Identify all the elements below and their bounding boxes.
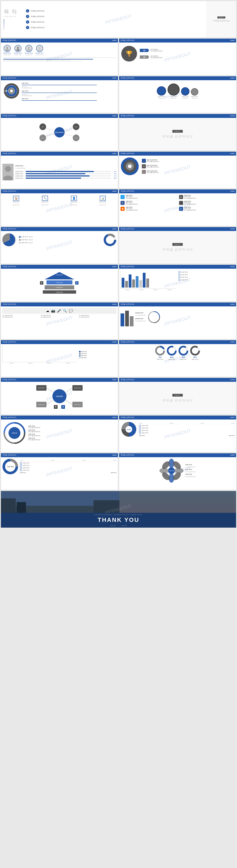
avatar-role-3: ENTER TEXT: [25, 54, 32, 56]
logo: LOGO: [230, 379, 235, 380]
donut-item-3: 85% SUB TITLE: [178, 346, 188, 360]
avatar-3: ENTER TEXT ENTER TEXT: [25, 45, 33, 56]
logo: LOGO: [112, 416, 116, 418]
c1: ✓SUB TITLE: [139, 425, 235, 427]
avatar-circle-2: [15, 45, 22, 52]
avatar-name-2: ENTER TEXT: [14, 53, 22, 54]
slide-header: 제목을 입력하세요 LOGO: [119, 415, 236, 419]
dcb2: ✓: [20, 464, 22, 466]
svg-line-70: [47, 388, 53, 392]
logo: LOGO: [230, 228, 235, 230]
donut-item-2: 80% SUB TITLE: [167, 346, 177, 360]
slide-circular-arrow: PPTAKEOUT 제목을 입력하세요 LOGO ENTER TEXT: [119, 302, 236, 339]
slide-bar-checklist: PPTAKEOUT 제목을 입력하세요 LOGO: [119, 265, 236, 302]
logo: LOGO: [112, 77, 116, 79]
slide-header: 제목을 입력하세요 LOGO: [1, 265, 118, 268]
slide-header: 제목을 입력하세요 LOGO: [119, 114, 236, 117]
checkbox-4: ✓: [179, 279, 180, 281]
svg-text:CENTER: CENTER: [56, 396, 63, 397]
slide-header: 제목을 입력하세요 LOGO: [119, 39, 236, 42]
building-bg: [1, 491, 120, 515]
header-title: 제목을 입력하세요: [121, 378, 134, 381]
avatar-role-4: ENTER TEXT: [36, 54, 43, 56]
svg-text:D: D: [41, 282, 42, 284]
icon-label-1: ENTER TEXT: [12, 202, 20, 203]
donut-pct-3: 85%: [182, 356, 185, 358]
progress-row-2: ENTER TEXT 70%: [16, 173, 116, 175]
contents-item-2: 2 제목을 입력하세요: [26, 15, 204, 18]
arrow-num-1: 01: [140, 49, 149, 52]
header-title: 제목을 입력하세요: [2, 152, 16, 155]
part-slide-body: PART 제목을 입력하세요: [119, 382, 236, 414]
icon-label-3: ENTER TEXT: [70, 202, 77, 203]
slide-header: 제목을 입력하세요 LOGO: [119, 265, 236, 268]
funnel-diagram: CATEGORY CATEGORY CATEGORY CATEGORY D A: [39, 270, 80, 294]
da-svg: CENTER SUB TITLE SUB TITLE SUB TITLE SUB…: [35, 383, 83, 409]
dcb1: ✓: [20, 462, 22, 464]
flower-svg: CENTER: [159, 459, 184, 483]
svg-line-20: [64, 128, 73, 131]
header-title: 제목을 입력하세요: [2, 190, 16, 192]
progress-row-3: ENTER TEXT 75%: [16, 175, 116, 177]
check-item-3: ✓ SUB TITLE: [179, 276, 235, 278]
header-title: 제목을 입력하세요: [121, 77, 134, 79]
header-title: 제목을 입력하세요: [2, 416, 16, 418]
logo: LOGO: [112, 228, 116, 230]
svg-text:SUB TITLE: SUB TITLE: [74, 388, 81, 389]
progress-label-3: ENTER TEXT: [16, 175, 25, 177]
header-title: 제목을 입력하세요: [121, 228, 134, 230]
part-badge: PART: [173, 243, 183, 246]
header-title: 제목을 입력하세요: [2, 341, 16, 343]
header-title: 제목을 입력하세요: [2, 303, 16, 306]
contents-text-4: 제목을 입력하세요: [31, 26, 45, 29]
checkbox-1: ✓: [179, 271, 180, 273]
slide-header: 제목을 입력하세요 LOGO: [1, 453, 118, 457]
avatar-name-4: ENTER TEXT: [35, 53, 44, 54]
header-title: 제목을 입력하세요: [2, 454, 16, 456]
donut-pct-4: 85%: [193, 356, 196, 358]
arrow-text-1: KEYWORDS텍스트를 입력하세요: [151, 49, 163, 52]
avatar-name-1: ENTER TEXT: [3, 53, 11, 54]
slide-body: NETWORKS NET NET NET NET: [1, 118, 118, 151]
logo: LOGO: [112, 341, 116, 343]
cb1: ✓: [139, 425, 141, 427]
donut-pct-2: 80%: [170, 356, 173, 358]
behance-icon: Be: [179, 195, 183, 199]
slide-body: 🏆 01 KEYWORDS텍스트를 입력하세요 02 KEYWORDS텍스트를 …: [119, 42, 236, 75]
logo: LOGO: [112, 304, 116, 305]
part-badge: PART: [173, 130, 183, 133]
thank-you-subtitle: PROFESSIONAL POWERPOINT TEMPLATE: [95, 514, 142, 516]
slide-header: 제목을 입력하세요 LOGO: [1, 39, 118, 42]
avatar-circle-1: [4, 45, 11, 52]
contents-num-2: 2: [26, 15, 29, 18]
header-title: 제목을 입력하세요: [121, 416, 134, 418]
social-dark-2: in SUB TITLESUB TITLE텍스트를 입력하세요: [179, 207, 235, 211]
progress-label-1: ENTER TEXT: [16, 171, 25, 172]
header-title: 제목을 입력하세요: [121, 190, 134, 192]
progress-label-4: ENTER TEXT: [16, 178, 25, 179]
bar-8: [146, 278, 149, 287]
slide-part-1: 제목을 입력하세요 LOGO PART 제목을 입력하세요: [119, 114, 236, 151]
svg-text:SUB TITLE: SUB TITLE: [74, 404, 81, 405]
svg-point-4: [28, 47, 30, 49]
slide-arrow-numbers: PPTAKEOUT 제목을 입력하세요 LOGO 🏆 01: [119, 38, 236, 75]
logo: LOGO: [230, 190, 235, 192]
avatar-circle-3: [25, 45, 32, 52]
svg-marker-39: [45, 272, 74, 279]
logo: LOGO: [230, 416, 235, 418]
arrow-num-2: 02: [140, 56, 149, 59]
logo: LOGO: [230, 77, 235, 79]
contents-item-1: 1 제목을 입력하세요: [26, 9, 204, 12]
svg-line-72: [66, 388, 72, 392]
donut-item-1: 75% SUB TITLE: [155, 346, 165, 360]
rss-icon: ◉: [121, 207, 125, 211]
logo: LOGO: [112, 190, 116, 192]
c4: ✓SUB TITLE: [139, 432, 235, 434]
logo: LOGO: [230, 39, 235, 41]
part-title: 제목을 입력하세요: [162, 247, 193, 252]
svg-line-21: [46, 134, 55, 136]
header-title: 제목을 입력하세요: [121, 152, 134, 155]
bar-5: [136, 276, 138, 287]
header-title: 제목을 입력하세요: [121, 115, 134, 117]
bar-3: [129, 274, 131, 287]
